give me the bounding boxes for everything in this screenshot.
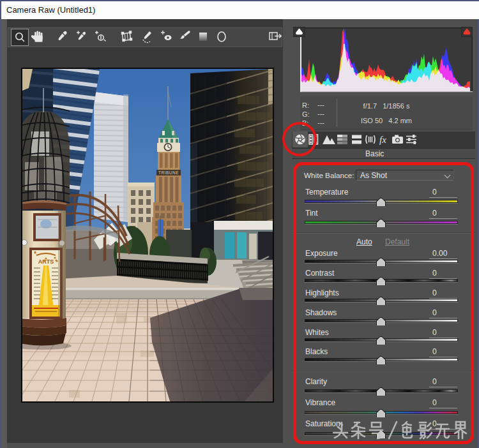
- svg-text:TRIBUNE: TRIBUNE: [158, 170, 179, 175]
- svg-text:fx: fx: [379, 135, 386, 145]
